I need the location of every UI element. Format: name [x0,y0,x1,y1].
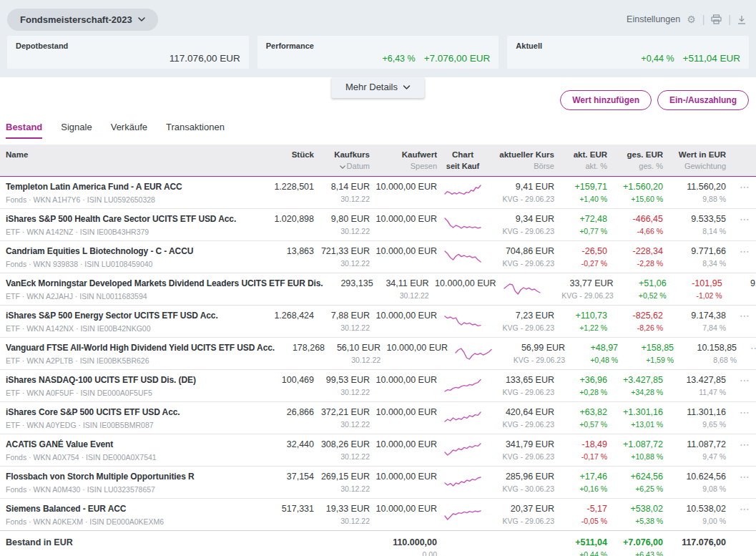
col-wert: Wert in EUR Gewichtung [667,150,726,170]
sparkline-chart [441,214,484,234]
tab-bestand[interactable]: Bestand [6,117,42,139]
sparkline-chart [501,278,544,298]
position-name[interactable]: Vanguard FTSE All-World High Dividend Yi… [6,343,275,353]
header-toolbar: Einstellungen ⚙ | | [627,14,749,25]
position-meta: ETF · WKN A0F5UF · ISIN DE000A0F5UF5 [6,389,264,397]
position-meta: Fonds · WKN 939838 · ISIN LU0108459040 [6,260,264,268]
sparkline-chart [441,407,484,427]
col-kurs: aktueller Kurs Börse [489,150,554,170]
positions-table: Name Stück Kaufkurs Datum Kaufwert Spese… [0,145,756,556]
card-label: Performance [266,42,491,50]
row-menu-button[interactable]: ⋯ [730,311,750,321]
header: Fondsmeisterschaft-2023 Einstellungen ⚙ … [0,0,756,77]
card-performance: Performance +6,43 % +7.076,00 EUR [257,36,499,69]
table-row: iShares Core S&P 500 UCITS ETF USD Acc.E… [0,402,756,434]
action-buttons: Wert hinzufügen Ein-/Auszahlung [560,90,749,110]
position-name[interactable]: ACATIS GANÉ Value Event [6,439,264,449]
position-name[interactable]: Candriam Equities L Biotechnology - C - … [6,246,264,256]
table-row: Siemens Balanced - EUR ACCFonds · WKN A0… [0,499,756,531]
gear-icon[interactable]: ⚙ [687,14,696,25]
table-row: iShares NASDAQ-100 UCITS ETF USD Dis. (D… [0,370,756,402]
deposit-withdrawal-button[interactable]: Ein-/Auszahlung [657,90,749,110]
summary-label: Bestand in EUR [6,537,264,547]
sparkline-chart [441,311,484,331]
position-name[interactable]: Siemens Balanced - EUR ACC [6,504,264,514]
position-meta: ETF · WKN A2JAHJ · ISIN NL0011683594 [6,292,323,301]
position-meta: Fonds · WKN A1H7Y6 · ISIN LU0592650328 [6,195,264,204]
position-meta: ETF · WKN A2PLTB · ISIN IE00BK5BR626 [6,356,275,365]
row-menu-button[interactable]: ⋯ [730,214,750,224]
more-details-button[interactable]: Mehr Details [331,77,425,98]
bestand-ges-eur: +7.076,00 [612,537,663,547]
row-menu-button[interactable]: ⋯ [730,439,750,449]
printer-icon[interactable] [711,14,722,24]
position-meta: ETF · WKN A0YEDG · ISIN IE00B5BMR087 [6,421,264,429]
sparkline-chart [441,246,484,266]
summary-row-bestand: Bestand in EUR 110.000,00 0,00 +511,04 +… [0,530,756,556]
row-menu-button[interactable]: ⋯ [730,472,750,482]
tab-verkäufe[interactable]: Verkäufe [111,117,147,139]
table-row: ACATIS GANÉ Value EventFonds · WKN A0X75… [0,434,756,467]
position-name[interactable]: iShares S&P 500 Energy Sector UCITS ETF … [6,311,264,321]
bestand-akt-pct: +0,44 % [559,550,607,556]
table-row: Templeton Latin America Fund - A EUR ACC… [0,177,756,209]
col-stueck: Stück [268,150,314,159]
row-menu-button[interactable]: ⋯ [730,246,750,256]
table-row: Candriam Equities L Biotechnology - C - … [0,241,756,273]
position-meta: Fonds · WKN A0KEXM · ISIN DE000A0KEXM6 [6,517,264,526]
position-name[interactable]: Templeton Latin America Fund - A EUR ACC [6,182,264,192]
toolbar-divider: | [702,14,705,25]
table-header: Name Stück Kaufkurs Datum Kaufwert Spese… [0,145,756,177]
position-meta: Fonds · WKN A0X754 · ISIN DE000A0X7541 [6,453,264,462]
row-menu-button[interactable]: ⋯ [730,182,750,192]
depot-value: 117.076,00 EUR [170,53,240,64]
position-name[interactable]: iShares NASDAQ-100 UCITS ETF USD Dis. (D… [6,375,264,385]
position-name[interactable]: iShares S&P 500 Health Care Sector UCITS… [6,214,264,224]
position-meta: Fonds · WKN A0M430 · ISIN LU0323578657 [6,485,264,494]
col-kaufwert: Kaufwert Spesen [374,150,437,170]
card-label: Aktuell [516,42,740,50]
chevron-down-icon [403,85,411,89]
card-depotbestand: Depotbestand 117.076,00 EUR [7,36,249,69]
row-menu-button[interactable]: ⋯ [730,375,750,385]
card-label: Depotbestand [16,42,240,50]
position-meta: ETF · WKN A142NX · ISIN IE00B42NKG00 [6,324,264,333]
col-ges: ges. EUR ges. % [612,150,663,170]
sparkline-chart [441,472,484,492]
tab-bar: BestandSignaleVerkäufeTransaktionen [0,117,756,139]
sparkline-chart [441,375,484,395]
sparkline-chart [452,343,495,363]
card-aktuell: Aktuell +0,44 % +511,04 EUR [507,36,749,69]
bestand-kaufwert: 110.000,00 [374,537,437,547]
add-value-button[interactable]: Wert hinzufügen [560,90,652,110]
details-zone: Mehr Details Wert hinzufügen Ein-/Auszah… [0,77,756,116]
settings-label[interactable]: Einstellungen [627,14,680,24]
sparkline-chart [441,504,484,524]
chevron-down-icon [138,17,145,21]
position-meta: ETF · WKN A142NZ · ISIN IE00B43HR379 [6,228,264,236]
position-name[interactable]: iShares Core S&P 500 UCITS ETF USD Acc. [6,407,264,417]
performance-percent: +6,43 % [382,54,415,64]
aktuell-value: +511,04 EUR [683,53,740,64]
portfolio-selector[interactable]: Fondsmeisterschaft-2023 [7,9,158,31]
row-menu-button[interactable]: ⋯ [730,407,750,417]
aktuell-percent: +0,44 % [641,54,674,64]
sparkline-chart [441,439,484,459]
col-kaufkurs[interactable]: Kaufkurs Datum [318,150,370,170]
tab-transaktionen[interactable]: Transaktionen [166,117,225,139]
table-row: Flossbach von Storch Multiple Opportunit… [0,467,756,499]
sparkline-chart [441,182,484,202]
table-row: VanEck Morningstar Developed Markets Div… [0,273,756,306]
portfolio-selector-label: Fondsmeisterschaft-2023 [20,14,132,25]
row-menu-button[interactable]: ⋯ [730,504,750,514]
bestand-wert: 117.076,00 [667,537,726,547]
row-menu-button[interactable]: ⋯ [741,343,756,353]
col-chart: Chart seit Kauf [441,150,484,170]
position-name[interactable]: VanEck Morningstar Developed Markets Div… [6,278,323,288]
download-icon[interactable] [737,15,746,24]
toolbar-divider: | [728,14,731,25]
portfolio-page: Fondsmeisterschaft-2023 Einstellungen ⚙ … [0,0,756,556]
position-name[interactable]: Flossbach von Storch Multiple Opportunit… [6,472,264,482]
table-body: Templeton Latin America Fund - A EUR ACC… [0,177,756,531]
tab-signale[interactable]: Signale [61,117,92,139]
